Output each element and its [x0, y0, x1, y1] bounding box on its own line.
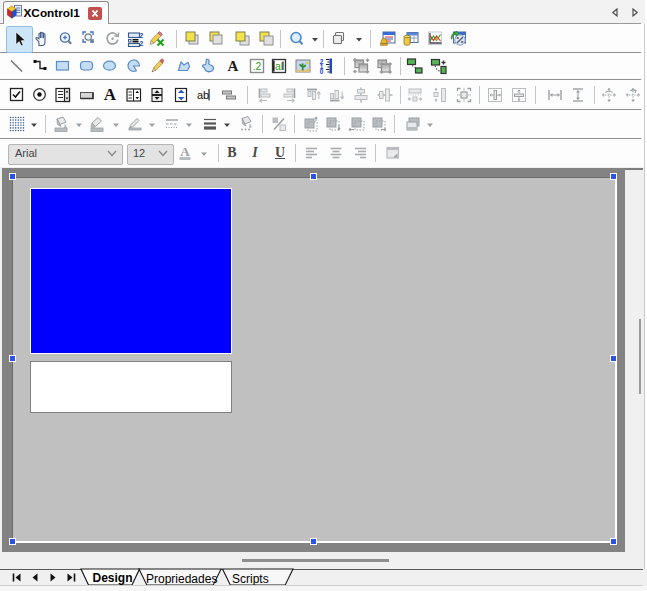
svg-text:2: 2: [139, 32, 143, 39]
svg-text:2: 2: [139, 40, 143, 47]
svg-text:A: A: [104, 86, 117, 104]
svg-text:A: A: [180, 144, 190, 159]
svg-text:0: 0: [320, 68, 324, 75]
svg-text:.2: .2: [253, 60, 262, 72]
svg-text:A: A: [228, 58, 239, 74]
svg-text:ab: ab: [197, 89, 209, 101]
svg-text:al: al: [275, 60, 283, 72]
